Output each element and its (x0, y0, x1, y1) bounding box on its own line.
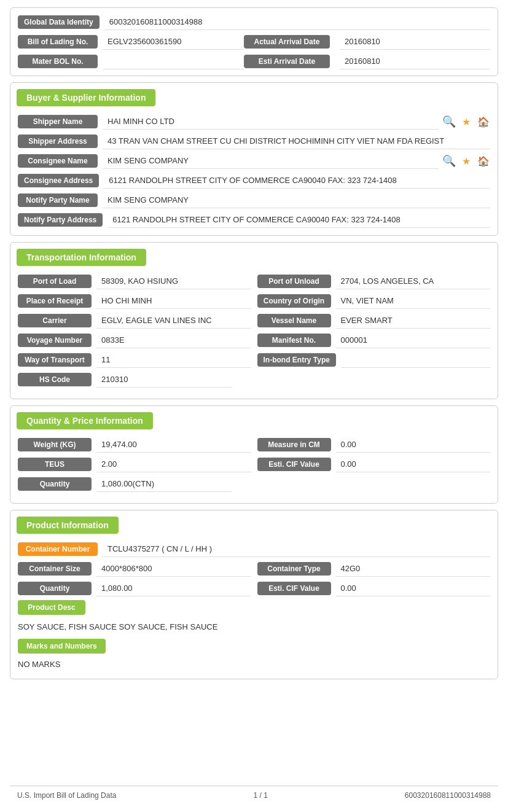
quantity-price-section: Quantity & Price Information Weight (KG)… (10, 405, 498, 504)
hs-code-row: HS Code 210310 (18, 372, 490, 388)
product-esti-cif-col: Esti. CIF Value 0.00 (257, 580, 491, 596)
shipper-star-icon[interactable]: ★ (459, 115, 473, 128)
country-of-origin-col: Country of Origin VN, VIET NAM (257, 293, 491, 309)
notify-party-name-label: Notify Party Name (18, 193, 98, 207)
esti-arrival-date-value: 20160810 (340, 53, 490, 69)
buyer-supplier-content: Shipper Name HAI MINH CO LTD 🔍 ★ 🏠 Shipp… (10, 111, 498, 235)
mater-bol-row: Mater BOL No. Esti Arrival Date 20160810 (18, 53, 490, 69)
esti-cif-col: Esti. CIF Value 0.00 (257, 456, 491, 472)
product-esti-cif-value: 0.00 (336, 580, 491, 596)
teus-cif-row: TEUS 2.00 Esti. CIF Value 0.00 (18, 456, 490, 472)
port-of-load-col: Port of Load 58309, KAO HSIUNG (18, 273, 251, 289)
product-title: Product Information (17, 517, 119, 534)
quantity-price-content: Weight (KG) 19,474.00 Measure in CM 0.00… (10, 434, 498, 503)
manifest-no-col: Manifest No. 000001 (257, 332, 491, 348)
shipper-name-row: Shipper Name HAI MINH CO LTD 🔍 ★ 🏠 (18, 114, 490, 130)
shipper-address-value: 43 TRAN VAN CHAM STREET CU CHI DISTRICT … (103, 133, 490, 149)
shipper-address-label: Shipper Address (18, 135, 98, 148)
actual-arrival-date-value: 20160810 (340, 34, 490, 50)
esti-cif-label: Esti. CIF Value (257, 458, 331, 471)
vessel-name-value: EVER SMART (336, 313, 491, 329)
measure-col: Measure in CM 0.00 (257, 437, 491, 453)
actual-arrival-date-label: Actual Arrival Date (244, 35, 330, 49)
teus-label: TEUS (18, 458, 92, 471)
marks-numbers-row: Marks and Numbers (18, 639, 490, 654)
voyage-manifest-row: Voyage Number 0833E Manifest No. 000001 (18, 332, 490, 348)
footer-right: 600320160811000314988 (405, 791, 491, 800)
manifest-no-value: 000001 (336, 332, 491, 348)
port-of-load-label: Port of Load (18, 275, 92, 288)
product-esti-cif-label: Esti. CIF Value (257, 582, 331, 595)
identity-section: Global Data Identity 6003201608110003149… (10, 7, 498, 76)
notify-party-address-value: 6121 RANDOLPH STREET CITY OF COMMERCE CA… (107, 212, 490, 228)
weight-col: Weight (KG) 19,474.00 (18, 437, 251, 453)
way-of-transport-value: 11 (96, 352, 251, 368)
bill-of-lading-value: EGLV235600361590 (103, 34, 244, 50)
hs-code-label: HS Code (18, 373, 92, 386)
bill-of-lading-row: Bill of Lading No. EGLV235600361590 Actu… (18, 34, 490, 50)
consignee-star-icon[interactable]: ★ (459, 154, 473, 168)
carrier-vessel-row: Carrier EGLV, EAGLE VAN LINES INC Vessel… (18, 313, 490, 329)
footer-center: 1 / 1 (253, 791, 267, 800)
notify-party-address-row: Notify Party Address 6121 RANDOLPH STREE… (18, 212, 490, 228)
container-size-type-row: Container Size 4000*806*800 Container Ty… (18, 561, 490, 577)
product-content: Container Number TCLU4375277 ( CN / L / … (10, 539, 498, 679)
buyer-supplier-title: Buyer & Supplier Information (17, 89, 155, 106)
weight-value: 19,474.00 (96, 437, 251, 453)
global-data-identity-value: 600320160811000314988 (104, 14, 490, 30)
consignee-name-row: Consignee Name KIM SENG COMPANY 🔍 ★ 🏠 (18, 153, 490, 169)
quantity-value: 1,080.00(CTN) (96, 476, 232, 492)
notify-party-name-value: KIM SENG COMPANY (103, 192, 490, 208)
footer: U.S. Import Bill of Lading Data 1 / 1 60… (10, 786, 498, 805)
consignee-home-icon[interactable]: 🏠 (477, 154, 490, 168)
carrier-col: Carrier EGLV, EAGLE VAN LINES INC (18, 313, 251, 329)
consignee-name-value: KIM SENG COMPANY (103, 153, 439, 169)
consignee-icons: 🔍 ★ 🏠 (442, 154, 490, 168)
vessel-name-col: Vessel Name EVER SMART (257, 313, 491, 329)
teus-col: TEUS 2.00 (18, 456, 251, 472)
consignee-search-icon[interactable]: 🔍 (442, 154, 456, 168)
voyage-number-label: Voyage Number (18, 334, 92, 347)
place-of-receipt-label: Place of Receipt (18, 294, 92, 308)
global-data-identity-label: Global Data Identity (18, 15, 100, 29)
carrier-label: Carrier (18, 314, 92, 327)
way-of-transport-col: Way of Transport 11 (18, 352, 251, 368)
voyage-number-value: 0833E (96, 332, 251, 348)
container-size-label: Container Size (18, 562, 92, 576)
shipper-search-icon[interactable]: 🔍 (442, 115, 456, 128)
esti-cif-value: 0.00 (336, 456, 491, 472)
hs-code-value: 210310 (96, 372, 232, 388)
country-of-origin-label: Country of Origin (257, 294, 331, 308)
inbond-entry-type-col: In-bond Entry Type (257, 352, 491, 368)
weight-label: Weight (KG) (18, 438, 92, 451)
quantity-price-title: Quantity & Price Information (17, 412, 153, 429)
vessel-name-label: Vessel Name (257, 314, 331, 327)
page-container: Global Data Identity 6003201608110003149… (0, 0, 508, 812)
inbond-entry-type-label: In-bond Entry Type (257, 353, 336, 367)
notify-party-address-label: Notify Party Address (18, 213, 103, 227)
footer-left: U.S. Import Bill of Lading Data (17, 791, 116, 800)
voyage-number-col: Voyage Number 0833E (18, 332, 251, 348)
inbond-entry-type-value (341, 352, 490, 368)
shipper-name-label: Shipper Name (18, 115, 98, 128)
marks-numbers-value: NO MARKS (18, 656, 490, 671)
mater-bol-label: Mater BOL No. (18, 55, 98, 68)
product-quantity-label: Quantity (18, 582, 92, 595)
shipper-home-icon[interactable]: 🏠 (477, 115, 490, 128)
product-desc-value: SOY SAUCE, FISH SAUCE SOY SAUCE, FISH SA… (18, 619, 490, 634)
product-quantity-value: 1,080.00 (96, 580, 251, 596)
manifest-no-label: Manifest No. (257, 334, 331, 347)
teus-value: 2.00 (96, 456, 251, 472)
port-of-unload-label: Port of Unload (257, 275, 331, 288)
consignee-address-label: Consignee Address (18, 174, 99, 187)
port-row: Port of Load 58309, KAO HSIUNG Port of U… (18, 273, 490, 289)
container-type-label: Container Type (257, 562, 331, 576)
shipper-address-row: Shipper Address 43 TRAN VAN CHAM STREET … (18, 133, 490, 149)
esti-arrival-pair: Esti Arrival Date 20160810 (244, 53, 490, 69)
carrier-value: EGLV, EAGLE VAN LINES INC (96, 313, 251, 329)
container-number-value: TCLU4375277 ( CN / L / HH ) (103, 541, 490, 557)
container-type-value: 42G0 (336, 561, 491, 577)
consignee-address-value: 6121 RANDOLPH STREET CITY OF COMMERCE CA… (104, 173, 490, 189)
measure-value: 0.00 (336, 437, 491, 453)
container-type-col: Container Type 42G0 (257, 561, 491, 577)
